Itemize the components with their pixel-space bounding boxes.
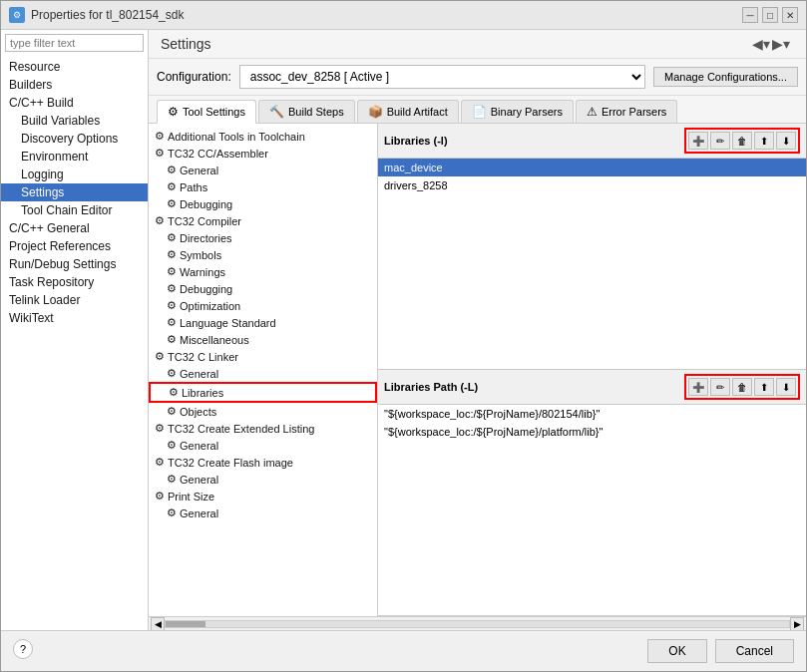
libpath-edit-button[interactable]: ✏ bbox=[710, 378, 730, 396]
tab-icon: 📄 bbox=[472, 105, 487, 119]
tree-item-objects[interactable]: ⚙Objects bbox=[149, 403, 377, 420]
tree-item-language-standard[interactable]: ⚙Language Standard bbox=[149, 314, 377, 331]
libraries-path-actions: ➕ ✏ 🗑 ⬆ ⬇ bbox=[684, 374, 800, 400]
libpath-down-button[interactable]: ⬇ bbox=[776, 378, 796, 396]
libraries-path-section: Libraries Path (-L) ➕ ✏ 🗑 ⬆ ⬇ "${wor bbox=[378, 370, 806, 616]
tree-item-warnings[interactable]: ⚙Warnings bbox=[149, 263, 377, 280]
tree-item-icon: ⚙ bbox=[167, 180, 177, 193]
lib-add-button[interactable]: ➕ bbox=[688, 132, 708, 150]
minimize-button[interactable]: ─ bbox=[742, 7, 758, 23]
tree-item-icon: ⚙ bbox=[167, 164, 177, 176]
tree-item-general[interactable]: ⚙General bbox=[149, 162, 377, 178]
tree-item-icon: ⚙ bbox=[167, 333, 177, 346]
sidebar-item-run-debug-settings[interactable]: Run/Debug Settings bbox=[1, 255, 148, 273]
tree-item-optimization[interactable]: ⚙Optimization bbox=[149, 297, 377, 314]
tab-icon: 📦 bbox=[368, 105, 383, 119]
tree-item-general[interactable]: ⚙General bbox=[149, 504, 377, 521]
sidebar-item-project-references[interactable]: Project References bbox=[1, 237, 148, 255]
tab-tool-settings[interactable]: ⚙Tool Settings bbox=[157, 100, 256, 124]
sidebar-item-logging[interactable]: Logging bbox=[1, 166, 148, 183]
scroll-right-button[interactable]: ▶ bbox=[790, 617, 804, 631]
lib-item[interactable]: mac_device bbox=[378, 159, 806, 176]
lib-up-button[interactable]: ⬆ bbox=[754, 132, 774, 150]
lib-edit-button[interactable]: ✏ bbox=[710, 132, 730, 150]
tab-error-parsers[interactable]: ⚠Error Parsers bbox=[576, 100, 677, 123]
config-label: Configuration: bbox=[157, 70, 231, 84]
title-buttons: ─ □ ✕ bbox=[742, 7, 798, 23]
window-icon: ⚙ bbox=[9, 7, 25, 23]
tree-item-icon: ⚙ bbox=[155, 490, 165, 503]
tree-item-tc32-c-linker[interactable]: ⚙TC32 C Linker bbox=[149, 348, 377, 365]
tree-item-additional-tools-in-toolchain[interactable]: ⚙Additional Tools in Toolchain bbox=[149, 128, 377, 145]
tab-binary-parsers[interactable]: 📄Binary Parsers bbox=[461, 100, 574, 123]
sidebar-item-wikitext[interactable]: WikiText bbox=[1, 309, 148, 327]
lib-item[interactable]: drivers_8258 bbox=[378, 176, 806, 194]
config-bar: Configuration: assoc_dev_8258 [ Active ]… bbox=[149, 59, 806, 96]
sidebar-item-builders[interactable]: Builders bbox=[1, 76, 148, 94]
lib-down-button[interactable]: ⬇ bbox=[776, 132, 796, 150]
help-button[interactable]: ? bbox=[13, 639, 33, 659]
config-select[interactable]: assoc_dev_8258 [ Active ] bbox=[239, 65, 645, 89]
tree-item-icon: ⚙ bbox=[167, 282, 177, 295]
sidebar-item-telink-loader[interactable]: Telink Loader bbox=[1, 291, 148, 309]
sidebar-item-build-variables[interactable]: Build Variables bbox=[1, 112, 148, 130]
sidebar-item-environment[interactable]: Environment bbox=[1, 148, 148, 166]
tree-item-icon: ⚙ bbox=[155, 147, 165, 160]
sidebar-item-c-c---build[interactable]: C/C++ Build bbox=[1, 94, 148, 112]
settings-header: Settings ◀▾ ▶▾ bbox=[149, 30, 806, 59]
sidebar: ResourceBuildersC/C++ BuildBuild Variabl… bbox=[1, 30, 149, 630]
tree-item-tc32-create-extended-listing[interactable]: ⚙TC32 Create Extended Listing bbox=[149, 420, 377, 437]
tab-build-steps[interactable]: 🔨Build Steps bbox=[258, 100, 355, 123]
scroll-track[interactable] bbox=[165, 620, 790, 628]
tree-item-general[interactable]: ⚙General bbox=[149, 471, 377, 488]
tree-item-paths[interactable]: ⚙Paths bbox=[149, 178, 377, 195]
tree-item-icon: ⚙ bbox=[167, 197, 177, 210]
sidebar-item-tool-chain-editor[interactable]: Tool Chain Editor bbox=[1, 201, 148, 219]
lib-delete-button[interactable]: 🗑 bbox=[732, 132, 752, 150]
content-area: ⚙Additional Tools in Toolchain⚙TC32 CC/A… bbox=[149, 124, 806, 616]
tree-item-debugging[interactable]: ⚙Debugging bbox=[149, 280, 377, 297]
back-arrow[interactable]: ◀▾ bbox=[752, 36, 770, 52]
libpath-add-button[interactable]: ➕ bbox=[688, 378, 708, 396]
tab-build-artifact[interactable]: 📦Build Artifact bbox=[357, 100, 459, 123]
tree-item-icon: ⚙ bbox=[155, 422, 165, 435]
sidebar-item-c-c---general[interactable]: C/C++ General bbox=[1, 219, 148, 237]
libpath-delete-button[interactable]: 🗑 bbox=[732, 378, 752, 396]
tree-item-icon: ⚙ bbox=[167, 265, 177, 278]
libpath-item[interactable]: "${workspace_loc:/${ProjName}/platform/l… bbox=[378, 423, 806, 441]
sidebar-item-settings[interactable]: Settings bbox=[1, 183, 148, 201]
tree-item-miscellaneous[interactable]: ⚙Miscellaneous bbox=[149, 331, 377, 348]
tree-item-general[interactable]: ⚙General bbox=[149, 437, 377, 454]
tree-item-icon: ⚙ bbox=[155, 214, 165, 227]
forward-arrow[interactable]: ▶▾ bbox=[772, 36, 790, 52]
filter-input[interactable] bbox=[5, 34, 144, 52]
sidebar-item-discovery-options[interactable]: Discovery Options bbox=[1, 130, 148, 148]
libraries-section: Libraries (-l) ➕ ✏ 🗑 ⬆ ⬇ mac_deviced bbox=[378, 124, 806, 370]
tree-item-icon: ⚙ bbox=[167, 367, 177, 380]
sidebar-item-task-repository[interactable]: Task Repository bbox=[1, 273, 148, 291]
manage-configurations-button[interactable]: Manage Configurations... bbox=[653, 67, 798, 87]
scroll-left-button[interactable]: ◀ bbox=[151, 617, 165, 631]
nav-arrows: ◀▾ ▶▾ bbox=[752, 36, 790, 52]
footer: ? OK Cancel bbox=[1, 630, 806, 671]
tree-item-tc32-compiler[interactable]: ⚙TC32 Compiler bbox=[149, 212, 377, 229]
close-button[interactable]: ✕ bbox=[782, 7, 798, 23]
maximize-button[interactable]: □ bbox=[762, 7, 778, 23]
libraries-actions: ➕ ✏ 🗑 ⬆ ⬇ bbox=[684, 128, 800, 154]
tab-icon: ⚙ bbox=[168, 105, 179, 119]
tree-item-print-size[interactable]: ⚙Print Size bbox=[149, 488, 377, 504]
tree-item-debugging[interactable]: ⚙Debugging bbox=[149, 195, 377, 212]
ok-button[interactable]: OK bbox=[647, 639, 706, 663]
tree-item-icon: ⚙ bbox=[167, 231, 177, 244]
tree-item-tc32-cc-assembler[interactable]: ⚙TC32 CC/Assembler bbox=[149, 145, 377, 162]
tree-item-general[interactable]: ⚙General bbox=[149, 365, 377, 382]
cancel-button[interactable]: Cancel bbox=[715, 639, 794, 663]
tree-item-symbols[interactable]: ⚙Symbols bbox=[149, 246, 377, 263]
tree-item-tc32-create-flash-image[interactable]: ⚙TC32 Create Flash image bbox=[149, 454, 377, 471]
libpath-item[interactable]: "${workspace_loc:/${ProjName}/802154/lib… bbox=[378, 405, 806, 423]
libpath-up-button[interactable]: ⬆ bbox=[754, 378, 774, 396]
tree-item-libraries[interactable]: ⚙Libraries bbox=[149, 382, 377, 403]
tabs: ⚙Tool Settings🔨Build Steps📦Build Artifac… bbox=[149, 96, 806, 124]
sidebar-item-resource[interactable]: Resource bbox=[1, 58, 148, 76]
tree-item-directories[interactable]: ⚙Directories bbox=[149, 229, 377, 246]
